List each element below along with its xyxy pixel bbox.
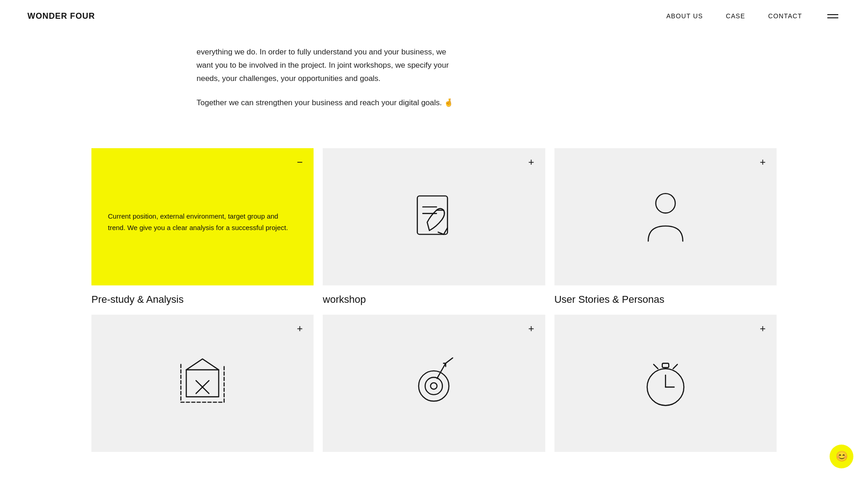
card-toggle-pre-study[interactable]: − <box>297 157 303 167</box>
card-label-workshop: workshop <box>323 294 545 306</box>
intro-tagline: Together we can strengthen your business… <box>197 97 462 110</box>
svg-rect-14 <box>662 363 669 367</box>
nav-case[interactable]: CASE <box>726 12 746 20</box>
svg-line-11 <box>437 363 446 378</box>
card-wrapper-workshop: + work <box>323 148 545 306</box>
svg-point-10 <box>431 382 437 389</box>
header: WONDER FOUR ABOUT US CASE CONTACT <box>0 0 868 32</box>
card-wrapper-user-stories: + User Stories & Personas <box>554 148 777 306</box>
svg-line-15 <box>654 364 658 368</box>
card-wrapper-pre-study: − Current position, external environment… <box>91 148 314 306</box>
target-icon <box>406 354 461 413</box>
card-user-stories[interactable]: + <box>554 148 777 285</box>
chat-icon: 😊 <box>836 451 848 462</box>
card-toggle-4[interactable]: + <box>297 324 303 334</box>
logo[interactable]: WONDER FOUR <box>27 11 95 21</box>
nav-about[interactable]: ABOUT US <box>666 12 703 20</box>
hamburger-button[interactable] <box>825 12 841 21</box>
main-content: everything we do. In order to fully unde… <box>0 0 868 452</box>
card-label-pre-study: Pre-study & Analysis <box>91 294 314 306</box>
cards-grid: − Current position, external environment… <box>0 148 868 452</box>
card-5[interactable]: + <box>323 315 545 452</box>
hamburger-line-1 <box>827 14 838 15</box>
chat-button[interactable]: 😊 <box>830 445 853 468</box>
svg-line-16 <box>673 364 677 368</box>
card-toggle-user-stories[interactable]: + <box>760 157 766 167</box>
card-wrapper-6: + <box>554 315 777 452</box>
svg-point-4 <box>656 193 676 213</box>
card-4[interactable]: + <box>91 315 314 452</box>
nav: ABOUT US CASE CONTACT <box>666 12 841 21</box>
card-pre-study[interactable]: − Current position, external environment… <box>91 148 314 285</box>
timer-icon <box>638 354 693 413</box>
card-workshop[interactable]: + <box>323 148 545 285</box>
nav-contact[interactable]: CONTACT <box>768 12 802 20</box>
svg-point-9 <box>426 377 443 395</box>
card-wrapper-5: + <box>323 315 545 452</box>
hamburger-line-2 <box>827 17 838 18</box>
card-toggle-6[interactable]: + <box>760 324 766 334</box>
card-wrapper-4: + <box>91 315 314 452</box>
card-text-pre-study: Current position, external environment, … <box>91 183 314 250</box>
svg-line-12 <box>446 358 453 363</box>
svg-point-8 <box>419 370 449 401</box>
card-toggle-5[interactable]: + <box>528 324 534 334</box>
intro-section: everything we do. In order to fully unde… <box>169 32 489 148</box>
checklist-icon <box>175 354 230 413</box>
writing-icon <box>406 189 461 244</box>
card-6[interactable]: + <box>554 315 777 452</box>
person-icon <box>638 187 693 247</box>
card-toggle-workshop[interactable]: + <box>528 157 534 167</box>
intro-paragraph: everything we do. In order to fully unde… <box>197 46 462 86</box>
card-label-user-stories: User Stories & Personas <box>554 294 777 306</box>
